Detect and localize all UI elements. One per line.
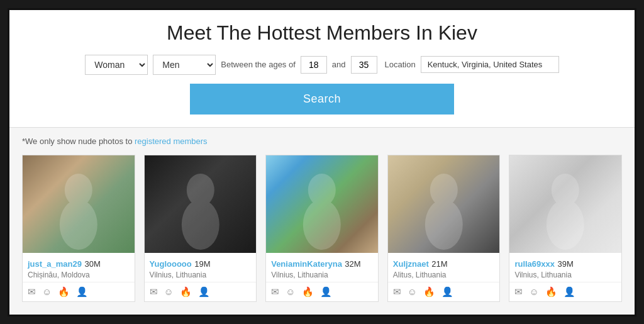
member-age: 30M (84, 259, 100, 269)
member-card: rulla69xxx 39MVilnius, Lithuania✉☺🔥👤 (509, 155, 622, 302)
profile-icon[interactable]: 👤 (76, 286, 88, 298)
age-and-label: and (332, 60, 346, 69)
notice-text: *We only show nude photos to registered … (22, 137, 622, 146)
member-location: Chișinău, Moldova (28, 271, 130, 279)
svg-point-9 (547, 199, 584, 250)
member-username[interactable]: rulla69xxx (514, 259, 555, 269)
age-label: Between the ages of (221, 60, 296, 69)
member-photo[interactable] (509, 155, 621, 253)
profile-icon[interactable]: 👤 (564, 286, 575, 298)
hot-icon[interactable]: 🔥 (423, 286, 435, 298)
message-icon[interactable]: ✉ (514, 286, 523, 298)
location-input[interactable] (421, 56, 559, 73)
member-card: Yuglooooo 19MVilnius, Lithuania✉☺🔥👤 (144, 155, 257, 302)
member-card: VeniaminKateryna 32MVilnius, Lithuania✉☺… (265, 155, 379, 302)
profile-icon[interactable]: 👤 (441, 286, 453, 298)
smile-icon[interactable]: ☺ (408, 286, 417, 298)
svg-point-1 (60, 199, 97, 250)
smile-icon[interactable]: ☺ (164, 286, 174, 298)
member-username[interactable]: just_a_man29 (28, 259, 82, 269)
member-card: Xuljznaet 21MAlitus, Lithuania✉☺🔥👤 (387, 155, 501, 302)
smile-icon[interactable]: ☺ (286, 286, 295, 298)
hot-icon[interactable]: 🔥 (58, 286, 70, 298)
age-min-input[interactable] (301, 56, 327, 74)
member-location: Alitus, Lithuania (393, 271, 495, 279)
member-username[interactable]: Xuljznaet (393, 259, 429, 269)
search-button[interactable]: Search (190, 84, 454, 115)
hot-icon[interactable]: 🔥 (180, 286, 192, 298)
member-location: Vilnius, Lithuania (150, 271, 252, 279)
age-max-input[interactable] (351, 56, 377, 74)
profile-icon[interactable]: 👤 (198, 286, 210, 298)
member-username[interactable]: Yuglooooo (150, 259, 192, 269)
svg-point-3 (181, 199, 219, 250)
member-card: just_a_man29 30MChișinău, Moldova✉☺🔥👤 (22, 155, 135, 302)
member-photo[interactable] (23, 155, 135, 253)
svg-point-7 (425, 199, 463, 250)
member-location: Vilnius, Lithuania (271, 271, 373, 279)
member-age: 39M (557, 259, 573, 269)
member-age: 19M (194, 259, 210, 269)
member-actions: ✉☺🔥👤 (509, 282, 621, 301)
smile-icon[interactable]: ☺ (42, 286, 52, 298)
members-grid: just_a_man29 30MChișinău, Moldova✉☺🔥👤 Yu… (22, 155, 622, 302)
member-location: Vilnius, Lithuania (514, 271, 616, 279)
member-actions: ✉☺🔥👤 (388, 282, 500, 301)
gender-select[interactable]: Woman Man (85, 55, 148, 75)
member-photo[interactable] (266, 155, 378, 253)
member-age: 32M (345, 259, 360, 269)
seeking-select[interactable]: Men Women (153, 55, 216, 75)
member-photo[interactable] (388, 155, 500, 253)
location-label: Location (385, 60, 416, 69)
message-icon[interactable]: ✉ (150, 286, 158, 298)
smile-icon[interactable]: ☺ (529, 286, 538, 298)
svg-point-5 (303, 199, 341, 250)
member-age: 21M (431, 259, 447, 269)
message-icon[interactable]: ✉ (28, 286, 36, 298)
member-actions: ✉☺🔥👤 (145, 282, 257, 301)
member-actions: ✉☺🔥👤 (266, 282, 378, 301)
profile-icon[interactable]: 👤 (320, 286, 332, 298)
hot-icon[interactable]: 🔥 (545, 286, 557, 298)
member-username[interactable]: VeniaminKateryna (271, 259, 342, 269)
member-photo[interactable] (145, 155, 257, 253)
hot-icon[interactable]: 🔥 (302, 286, 314, 298)
member-actions: ✉☺🔥👤 (23, 282, 135, 301)
registered-members-link[interactable]: registered members (135, 137, 208, 146)
page-title: Meet The Hottest Members In Kiev (22, 21, 622, 45)
message-icon[interactable]: ✉ (271, 286, 279, 298)
message-icon[interactable]: ✉ (393, 286, 401, 298)
